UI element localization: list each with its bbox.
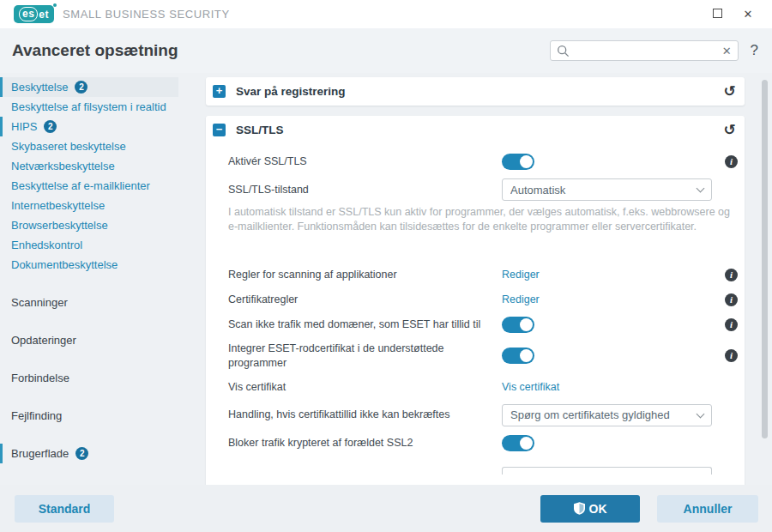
toggle-knob [520, 318, 533, 331]
sidebar-item-label: Internetbeskyttelse [11, 199, 105, 212]
setting-control: Rediger [502, 293, 719, 305]
help-icon[interactable]: ? [751, 42, 758, 59]
sidebar-item-scanninger[interactable]: Scanninger [0, 293, 178, 312]
sidebar-item-label: Dokumentbeskyttelse [11, 258, 118, 271]
expand-icon[interactable]: + [213, 85, 226, 98]
sidebar-item-hips[interactable]: HIPS2 [0, 117, 178, 136]
sidebar-nav: Beskyttelse2Beskyttelse af filsystem i r… [0, 77, 206, 485]
revert-icon[interactable]: ↺ [724, 84, 736, 99]
info-icon[interactable]: i [725, 269, 738, 281]
edit-link[interactable]: Vis certifikat [502, 381, 559, 393]
settings-row [228, 456, 738, 481]
setting-label: Certifikatregler [228, 293, 502, 307]
maximize-button[interactable] [710, 8, 724, 21]
setting-label: SSL/TLS-tilstand [228, 183, 502, 197]
setting-label: Vis certifikat [228, 380, 502, 395]
edit-link[interactable]: Rediger [502, 269, 540, 281]
dropdown-value: Spørg om certifikatets gyldighed [510, 408, 697, 421]
collapse-icon[interactable]: − [213, 124, 226, 136]
dropdown-value: Automatisk [510, 184, 697, 196]
sidebar-item-beskyttelse-af-filsystem-i-r[interactable]: Beskyttelse af filsystem i realtid [0, 97, 178, 117]
sidebar-item-opdateringer[interactable]: Opdateringer [0, 330, 178, 350]
clear-search-icon[interactable]: ✕ [722, 45, 732, 57]
content-area: Beskyttelse2Beskyttelse af filsystem i r… [0, 73, 772, 485]
close-button[interactable]: ✕ [741, 8, 755, 21]
sidebar-item-label: HIPS [11, 120, 37, 133]
sidebar-item-beskyttelse[interactable]: Beskyttelse2 [0, 77, 178, 97]
setting-control [502, 317, 719, 333]
toggle-switch[interactable] [502, 435, 534, 451]
sidebar-item-dokumentbeskyttelse[interactable]: Dokumentbeskyttelse [0, 255, 178, 275]
settings-row: SSL/TLS-tilstandAutomatisk [228, 174, 738, 205]
sidebar-item-label: Brugerflade [11, 447, 69, 460]
info-column: i [719, 293, 738, 306]
search-input[interactable] [574, 45, 718, 57]
setting-help-text: I automatisk tilstand er SSL/TLS kun akt… [228, 205, 730, 234]
setting-label: Aktivér SSL/TLS [228, 154, 502, 169]
content-scrollbar[interactable] [762, 80, 768, 438]
cutoff-control [502, 467, 712, 475]
count-badge: 2 [44, 120, 57, 133]
setting-label: Regler for scanning af applikationer [228, 268, 502, 282]
settings-row: Regler for scanning af applikationerRedi… [228, 263, 738, 287]
eset-logo: es et [14, 5, 54, 23]
setting-control: Automatisk [502, 178, 719, 201]
sidebar-item-internetbeskyttelse[interactable]: Internetbeskyttelse [0, 196, 178, 215]
settings-main: + Svar på registrering ↺ − SSL/TLS ↺ Akt… [206, 77, 745, 485]
search-box[interactable]: ✕ [550, 40, 739, 61]
sidebar-item-netv-rksbeskyttelse[interactable]: Netværksbeskyttelse [0, 156, 178, 176]
chevron-down-icon [697, 184, 705, 193]
cancel-button[interactable]: Annuller [657, 495, 758, 523]
window-controls: ✕ [710, 8, 772, 21]
chevron-down-icon [697, 409, 705, 418]
info-icon[interactable]: i [725, 318, 738, 331]
sidebar-item-label: Fejlfinding [11, 409, 62, 422]
sidebar-item-label: Enhedskontrol [11, 239, 82, 251]
ok-button[interactable]: OK [540, 495, 640, 523]
sidebar-item-skybaseret-beskyttelse[interactable]: Skybaseret beskyttelse [0, 136, 178, 156]
standard-button[interactable]: Standard [15, 495, 114, 523]
dropdown-select[interactable]: Automatisk [502, 178, 712, 201]
sidebar-item-browserbeskyttelse[interactable]: Browserbeskyttelse [0, 215, 178, 235]
sidebar-item-label: Beskyttelse [11, 81, 68, 94]
trademark-dot [53, 3, 57, 7]
product-name: SMALL BUSINESS SECURITY [63, 8, 230, 21]
setting-control: Rediger [502, 269, 719, 281]
info-icon[interactable]: i [725, 293, 738, 306]
section-card-ssl-tls: − SSL/TLS ↺ Aktivér SSL/TLSiSSL/TLS-tils… [206, 116, 745, 485]
dropdown-select[interactable]: Spørg om certifikatets gyldighed [502, 404, 712, 426]
maximize-icon [713, 9, 722, 18]
setting-label: Integrer ESET-rodcertifikat i de underst… [228, 342, 502, 371]
setting-control: Vis certifikat [502, 381, 719, 393]
sidebar-item-label: Beskyttelse af e-mailklienter [11, 179, 150, 192]
toggle-switch[interactable] [502, 348, 534, 364]
settings-row: Vis certifikatVis certifikat [228, 375, 738, 400]
section-title: SSL/TLS [236, 124, 284, 136]
sidebar-item-label: Netværksbeskyttelse [11, 160, 115, 172]
sidebar-item-label: Skybaseret beskyttelse [11, 140, 126, 153]
setting-control: Spørg om certifikatets gyldighed [502, 404, 719, 426]
section-header[interactable]: + Svar på registrering ↺ [206, 77, 745, 106]
logo-text-et: et [39, 9, 49, 21]
sidebar-item-beskyttelse-af-e-mailkliente[interactable]: Beskyttelse af e-mailklienter [0, 176, 178, 196]
section-header[interactable]: − SSL/TLS ↺ [206, 116, 745, 144]
toggle-switch[interactable] [502, 317, 534, 333]
sidebar-item-fejlfinding[interactable]: Fejlfinding [0, 406, 178, 426]
toggle-knob [520, 437, 533, 450]
sidebar-item-enhedskontrol[interactable]: Enhedskontrol [0, 235, 178, 255]
settings-row: Integrer ESET-rodcertifikat i de underst… [228, 337, 738, 375]
toggle-knob [520, 349, 533, 362]
setting-control [502, 348, 719, 364]
info-icon[interactable]: i [725, 349, 738, 362]
settings-row: Aktivér SSL/TLSi [228, 149, 738, 174]
revert-icon[interactable]: ↺ [724, 123, 736, 137]
sidebar-item-forbindelse[interactable]: Forbindelse [0, 368, 178, 388]
info-icon[interactable]: i [725, 155, 738, 168]
settings-row: Scan ikke trafik med domæner, som ESET h… [228, 312, 738, 337]
setting-control [502, 435, 719, 451]
sidebar-item-brugerflade[interactable]: Brugerflade2 [0, 444, 178, 463]
edit-link[interactable]: Rediger [502, 293, 540, 305]
logo-text-es: es [19, 7, 38, 21]
app-window: es et SMALL BUSINESS SECURITY ✕ Avancere… [0, 0, 772, 532]
toggle-switch[interactable] [502, 154, 534, 170]
